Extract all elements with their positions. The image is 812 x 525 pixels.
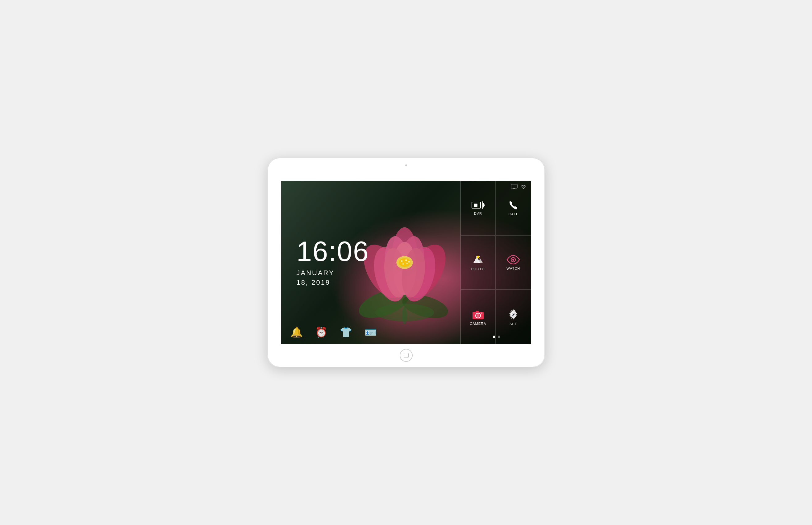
camera-icon bbox=[472, 309, 484, 320]
menu-panel: DVR CALL PHOTO bbox=[460, 181, 531, 344]
call-label: CALL bbox=[508, 212, 518, 216]
camera-label: CAMERA bbox=[470, 322, 486, 326]
svg-rect-27 bbox=[474, 204, 477, 207]
front-camera bbox=[405, 164, 407, 166]
alarm-icon[interactable]: ⏰ bbox=[315, 326, 327, 338]
home-button[interactable] bbox=[400, 349, 413, 362]
date-display: JANUARY 18, 2019 bbox=[297, 268, 414, 287]
time-display: 16:06 bbox=[297, 238, 414, 265]
svg-point-35 bbox=[477, 314, 479, 317]
page-dots bbox=[493, 335, 500, 338]
menu-item-set[interactable]: SET bbox=[496, 290, 531, 344]
bell-icon[interactable]: 🔔 bbox=[291, 326, 303, 338]
dvr-label: DVR bbox=[474, 212, 482, 215]
tablet-device: 16:06 JANUARY 18, 2019 DVR bbox=[267, 158, 545, 368]
bottom-icons-bar: 🔔 ⏰ 👕 🪪 bbox=[291, 326, 377, 338]
home-button-inner bbox=[404, 353, 409, 358]
screen: 16:06 JANUARY 18, 2019 DVR bbox=[281, 181, 531, 344]
page-dot-2[interactable] bbox=[498, 335, 500, 338]
svg-point-32 bbox=[512, 259, 514, 261]
gear-icon bbox=[507, 309, 519, 320]
page-dot-1[interactable] bbox=[493, 335, 495, 338]
menu-item-watch[interactable]: WATCH bbox=[496, 235, 531, 290]
shirt-icon[interactable]: 👕 bbox=[340, 326, 352, 338]
dvr-icon bbox=[471, 200, 485, 210]
menu-item-camera[interactable]: CAMERA bbox=[460, 290, 496, 344]
photo-icon bbox=[472, 254, 484, 265]
watch-label: WATCH bbox=[506, 267, 520, 270]
svg-point-37 bbox=[481, 313, 482, 314]
menu-item-call[interactable]: CALL bbox=[496, 181, 531, 235]
set-label: SET bbox=[510, 322, 517, 326]
svg-marker-26 bbox=[482, 201, 485, 209]
date-line2: 18, 2019 bbox=[297, 278, 414, 287]
eye-icon bbox=[506, 255, 520, 265]
card-icon[interactable]: 🪪 bbox=[365, 326, 377, 338]
svg-rect-36 bbox=[476, 311, 479, 313]
photo-label: PHOTO bbox=[471, 267, 485, 271]
menu-item-dvr[interactable]: DVR bbox=[460, 181, 496, 235]
left-panel: 16:06 JANUARY 18, 2019 bbox=[281, 181, 414, 344]
date-line1: JANUARY bbox=[297, 268, 414, 278]
menu-item-photo[interactable]: PHOTO bbox=[460, 235, 496, 290]
phone-icon bbox=[508, 200, 518, 210]
